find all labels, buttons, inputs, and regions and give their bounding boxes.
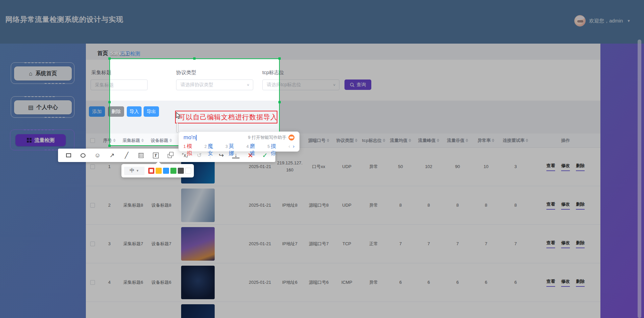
ime-pager: ‹ ›	[288, 143, 294, 149]
ime-caret	[196, 135, 197, 141]
selection-handle[interactable]	[193, 57, 196, 60]
panel-caret-icon	[155, 161, 161, 164]
page: 网络异常流量检测系统的设计与实现 欢迎您，admin ▼ ⌂ 系统首页 ▤ 个人…	[0, 0, 644, 318]
ime-panel: mo'n 9 打开智能写作助手 1模拟 2魔女 3莫娜 4磨难 5摸你 ‹ ›	[178, 131, 300, 152]
color-swatch-green[interactable]	[170, 168, 176, 174]
ime-candidate[interactable]: 3莫娜	[225, 143, 238, 157]
mouse-cursor	[176, 112, 181, 119]
font-size-dropdown[interactable]: 中▼	[124, 167, 145, 175]
annotation-text-box[interactable]: 可以自己编辑文档进行数据导入	[175, 111, 277, 123]
font-size-value: 中	[130, 168, 135, 174]
ime-prev-icon[interactable]: ‹	[288, 143, 290, 149]
capture-dim-overlay	[0, 146, 644, 318]
writing-assistant-icon	[288, 135, 294, 141]
color-swatch-white[interactable]	[185, 168, 191, 174]
ime-candidate[interactable]: 4磨难	[247, 143, 260, 157]
text-options-panel: 中▼	[121, 164, 194, 177]
text-caret	[177, 123, 178, 132]
ime-candidate[interactable]: 5摸你	[267, 143, 280, 157]
text-tool-icon[interactable]: T	[152, 152, 159, 159]
pin-tool-icon[interactable]	[166, 152, 174, 159]
ime-candidate[interactable]: 1模拟	[183, 143, 197, 157]
selection-handle[interactable]	[108, 57, 111, 60]
color-swatch-red[interactable]	[148, 168, 154, 174]
chevron-down-icon: ▼	[136, 169, 139, 172]
capture-dim-overlay	[0, 58, 109, 146]
selection-size-label: 508 x 261	[110, 51, 129, 56]
selection-handle[interactable]	[278, 57, 281, 60]
color-swatches	[148, 168, 191, 174]
ime-composition: mo'n	[183, 134, 196, 141]
ime-assistant-link[interactable]: 9 打开智能写作助手	[248, 135, 294, 141]
selection-handle[interactable]	[278, 101, 281, 103]
mosaic-tool-icon[interactable]	[138, 152, 145, 159]
color-swatch-yellow[interactable]	[156, 168, 162, 174]
color-swatch-gray[interactable]	[178, 168, 184, 174]
capture-dim-overlay	[280, 58, 644, 146]
color-swatch-blue[interactable]	[163, 168, 169, 174]
ime-next-icon[interactable]: ›	[293, 143, 294, 149]
ellipse-tool-icon[interactable]	[79, 152, 87, 159]
selection-handle[interactable]	[108, 101, 111, 103]
ime-candidate[interactable]: 2魔女	[205, 143, 218, 157]
capture-dim-overlay	[0, 0, 644, 58]
selection-handle[interactable]	[108, 145, 111, 147]
arrow-tool-icon[interactable]: ↗	[108, 152, 116, 159]
annotation-text: 可以自己编辑文档进行数据导入	[179, 113, 277, 122]
pen-tool-icon[interactable]: ╱	[123, 152, 130, 159]
rect-tool-icon[interactable]	[65, 152, 72, 159]
ime-assistant-label: 9 打开智能写作助手	[248, 135, 286, 141]
emoji-tool-icon[interactable]: ☺	[94, 152, 101, 159]
